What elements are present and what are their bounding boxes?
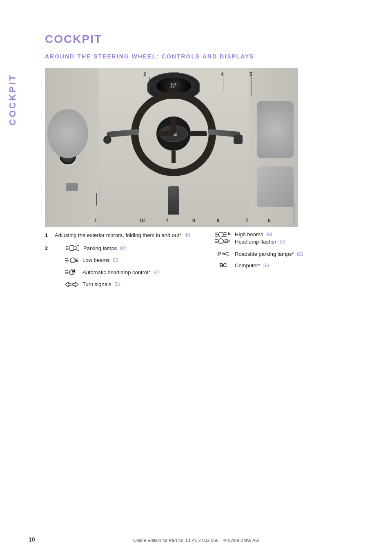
svg-line-35 (223, 236, 227, 237)
item-1-row: 1 Adjusting the exterior mirrors, foldin… (45, 231, 198, 239)
main-content: COCKPIT AROUND THE STEERING WHEEL: CONTR… (29, 0, 392, 314)
auto-icon-svg (65, 269, 78, 275)
low-beams-icon (65, 257, 79, 264)
sub-item-low-beams: Low beams 82 (65, 256, 159, 264)
high-beams-label: High beams (235, 231, 263, 237)
svg-point-32 (218, 232, 223, 237)
svg-line-47 (223, 252, 229, 254)
footer-copyright: Online Edition for Part no. 01 41 2 602 … (133, 538, 259, 543)
svg-line-33 (223, 232, 227, 233)
callout-10: 10 (139, 218, 145, 224)
svg-marker-26 (73, 282, 78, 287)
svg-point-17 (70, 258, 75, 263)
svg-marker-44 (227, 239, 230, 243)
svg-line-18 (75, 259, 78, 260)
svg-text:R: R (71, 284, 73, 287)
low-beams-text: Low beams 82 (82, 256, 159, 264)
low-beams-icon-svg (65, 257, 78, 264)
auto-headlamp-text: Automatic headlamp control* 82 (82, 269, 159, 277)
callout-7b: 7 (245, 218, 248, 224)
turn-signals-icon: R L (65, 281, 79, 288)
sub-item-auto-headlamp: Automatic headlamp control* 82 (65, 269, 159, 277)
item-2-row: 2 (45, 244, 198, 293)
callout-3: 3 (176, 72, 179, 77)
turn-signals-text: Turn signals 50 (82, 280, 159, 289)
svg-line-48 (223, 254, 229, 255)
svg-line-41 (223, 239, 227, 240)
high-beams-text-area: High beams 83 Headlamp flasher 50 (235, 231, 285, 245)
page-title: COCKPIT (45, 33, 368, 46)
svg-line-43 (223, 242, 227, 243)
svg-rect-6 (190, 131, 207, 136)
parking-lamps-icon (65, 245, 80, 251)
items-section: 1 Adjusting the exterior mirrors, foldin… (45, 231, 368, 298)
callout-2: 2 (143, 72, 146, 77)
right-item-highbeams: High beams 83 Headlamp flasher 50 (214, 231, 368, 245)
callout-9: 9 (192, 218, 195, 224)
callout-6: 6 (268, 218, 271, 224)
section-title: AROUND THE STEERING WHEEL: CONTROLS AND … (45, 53, 368, 60)
callout-1: 1 (94, 218, 97, 224)
callout-8: 8 (217, 218, 220, 224)
svg-text:L: L (68, 284, 70, 287)
item-1-number: 1 (45, 231, 52, 239)
right-item-roadside: P Roadside parking lamps* 83 (214, 251, 368, 257)
items-left-column: 1 Adjusting the exterior mirrors, foldin… (45, 231, 198, 298)
item-1-text: Adjusting the exterior mirrors, folding … (55, 231, 198, 239)
computer-icon: BC (214, 262, 232, 269)
auto-headlamp-icon (65, 269, 79, 275)
svg-text:P: P (217, 251, 221, 257)
item-2-sub-items: Parking lamps 82 (65, 244, 159, 293)
svg-point-40 (218, 239, 223, 244)
headlamp-flasher-label: Headlamp flasher (235, 239, 276, 245)
sidebar-chapter-label: COCKPIT (7, 74, 18, 125)
item-2-number: 2 (45, 244, 52, 253)
high-beams-icon (214, 231, 232, 244)
image-watermark: R56S-USA-EV (292, 204, 296, 225)
right-item-computer: BC Computer* 56 (214, 262, 368, 269)
steering-wheel-svg: MINI (129, 89, 218, 179)
callout-7a: 7 (166, 218, 169, 224)
parking-lamps-text: Parking lamps 82 (83, 244, 159, 253)
roadside-text: Roadside parking lamps* 83 (235, 251, 368, 257)
roadside-svg: P (217, 251, 229, 257)
svg-rect-5 (156, 131, 174, 136)
sub-item-parking-lamps: Parking lamps 82 (65, 244, 159, 253)
svg-rect-4 (171, 116, 176, 134)
svg-marker-36 (228, 232, 231, 235)
cockpit-diagram-image: SUB0.0 MINI (45, 68, 298, 227)
items-right-column: High beams 83 Headlamp flasher 50 P (214, 231, 368, 298)
svg-line-20 (75, 261, 78, 262)
sub-item-turn-signals: R L Turn signals 50 (65, 280, 159, 289)
svg-rect-11 (70, 246, 74, 251)
turn-signals-icon-svg: R L (65, 281, 78, 288)
computer-text: Computer* 56 (235, 262, 368, 269)
high-beams-svg (215, 231, 231, 244)
roadside-icon: P (214, 251, 232, 257)
callout-4: 4 (221, 72, 224, 77)
page-number: 10 (29, 536, 35, 543)
parking-icon-svg (66, 245, 79, 251)
callout-5: 5 (249, 72, 252, 77)
high-beams-page: 83 (266, 231, 272, 237)
headlamp-flasher-page: 50 (280, 239, 285, 245)
svg-rect-7 (172, 151, 176, 163)
